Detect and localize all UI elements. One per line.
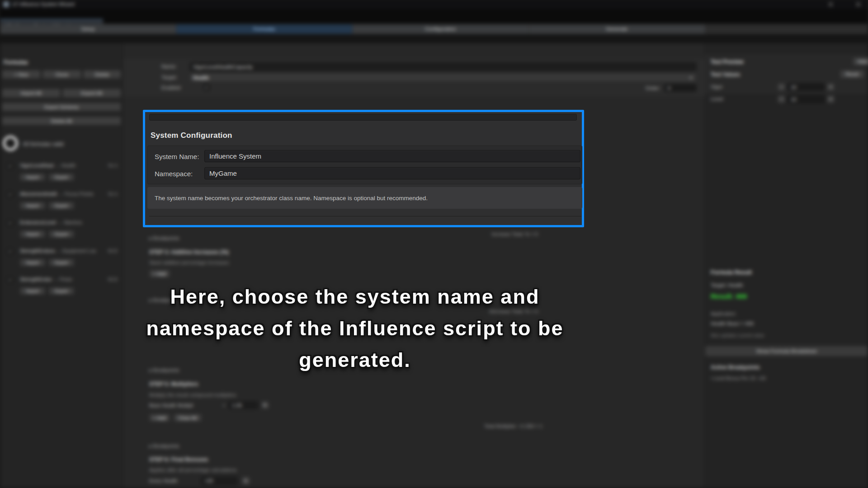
config-help-text: The system name becomes your orchestrato… — [147, 187, 582, 209]
result-target: Target: Health — [711, 282, 743, 288]
formula-name-input[interactable]: VigorLevelHealthCapacity — [190, 62, 696, 71]
active-breakpoint-item: • Level Bonus Per 10: +20 — [711, 375, 766, 381]
application-label: Application: — [711, 311, 736, 316]
step5-title: STEP 5: Multipliers — [149, 381, 198, 387]
formula-target: Focus Points — [65, 191, 94, 197]
multiplier-row-label: Base Health Multipli — [149, 403, 193, 408]
target-label: Target: — [161, 75, 177, 80]
step3-add-button[interactable]: + Add — [149, 270, 170, 277]
formula-name: EnduranceLevel — [20, 220, 56, 225]
tab-setup[interactable]: Setup — [0, 24, 176, 34]
name-label: Name: — [161, 64, 177, 69]
formula-export-button[interactable]: Export — [49, 230, 74, 238]
formula-enabled-checkbox[interactable]: ✓ — [7, 192, 13, 197]
tutorial-caption: Here, choose the system name and namespa… — [0, 281, 710, 376]
multiplier-reset-button[interactable]: ↻ — [261, 401, 269, 409]
checkmark-icon: ✓ — [8, 164, 12, 169]
clone-formula-button[interactable]: Clone — [42, 70, 81, 79]
foldout-arrow-icon: ▸ — [149, 443, 152, 449]
formula-badge: No b — [90, 163, 118, 168]
system-configuration-panel: System Configuration System Name: Influe… — [143, 110, 584, 227]
result-value: Result: 499 — [711, 292, 747, 300]
show-formula-breakdown-button[interactable]: Show Formula Breakdown — [705, 346, 868, 357]
increment-button[interactable]: + — [827, 83, 835, 91]
system-name-input[interactable]: Influence System — [204, 150, 580, 162]
formula-result-title: Formula Result — [711, 269, 752, 276]
formulas-status-text: All formulas valid — [23, 141, 64, 147]
formula-export-button[interactable]: Export — [49, 174, 74, 181]
tab-generate[interactable]: Generate — [529, 24, 705, 34]
tab-configuration[interactable]: Configuration — [353, 24, 529, 34]
increase-total: Increase Total: % = 0 — [472, 231, 538, 237]
titlebar-menu-icon[interactable] — [856, 2, 861, 7]
doc-tab-strip: LF Influence System Wizard — [0, 9, 868, 23]
formula-import-button[interactable]: Import — [20, 230, 45, 238]
background-ui: LF Influence System Wizard LF Influence … — [0, 0, 868, 488]
export-all-button[interactable]: Export All — [62, 89, 121, 98]
caption-line: Here, choose the system name and — [0, 281, 710, 313]
formula-enabled-checkbox[interactable]: ✓ — [7, 249, 13, 254]
breakpoints-foldout[interactable]: ▸ Breakpoints — [149, 443, 179, 449]
active-breakpoints-title: Active Breakpoints — [711, 364, 760, 371]
formula-name: StrengthEndura — [20, 248, 55, 253]
step3-title: STEP 3: Additive Increases (%) — [149, 249, 229, 255]
import-all-button[interactable]: Import All — [2, 89, 61, 98]
formula-export-button[interactable]: Export — [49, 259, 74, 266]
app-window: LF Influence System Wizard LF Influence … — [0, 0, 868, 488]
right-panel-background — [705, 43, 868, 488]
formula-export-button[interactable]: Export — [49, 202, 74, 209]
valid-status-icon — [3, 136, 18, 151]
dropdown-arrow-icon: ▾ — [689, 75, 692, 81]
arrow-icon: → — [55, 163, 60, 168]
formula-import-button[interactable]: Import — [20, 174, 45, 181]
refresh-icon: ↻ — [263, 403, 267, 408]
bonus-value-input[interactable]: +20 — [201, 477, 237, 485]
decrement-button[interactable]: − — [778, 83, 785, 91]
namespace-input[interactable]: MyGame — [204, 167, 580, 179]
titlebar-help-icon[interactable] — [828, 2, 833, 7]
arrow-icon: → — [56, 248, 61, 253]
delete-formula-button[interactable]: Delete — [83, 70, 121, 79]
checkmark-icon: ✓ — [8, 221, 12, 225]
foldout-arrow-icon: ▸ — [149, 235, 152, 241]
breakpoints-foldout[interactable]: ▸ Breakpoints — [149, 235, 179, 241]
enabled-checkbox[interactable]: ✓ — [203, 84, 210, 90]
caption-line: generated. — [0, 344, 710, 376]
formula-target: Health — [61, 163, 76, 168]
new-formula-button[interactable]: + New — [2, 70, 41, 79]
step5-add-button[interactable]: + Add — [149, 414, 170, 422]
formula-enabled-checkbox[interactable]: ✓ — [7, 163, 13, 169]
step5-clear-all-button[interactable]: Clear All — [174, 414, 202, 422]
arrow-icon: → — [58, 191, 63, 197]
window-icon — [3, 1, 9, 7]
formula-badge: WLB — [90, 249, 118, 253]
increment-button[interactable]: + — [827, 95, 835, 103]
multiplier-value-input[interactable]: 1.05 — [229, 401, 258, 409]
decrement-button[interactable]: − — [778, 95, 785, 103]
test-field-value[interactable]: 10 — [788, 83, 825, 91]
checkmark-icon: ✓ — [205, 85, 208, 90]
system-name-label: System Name: — [155, 153, 199, 160]
formula-enabled-checkbox[interactable]: ✓ — [7, 220, 13, 226]
formula-import-button[interactable]: Import — [20, 202, 45, 209]
formula-badge: No b — [90, 192, 118, 197]
step3-subtitle: Stack additive percentage increases — [149, 260, 229, 265]
order-input[interactable]: 0 — [665, 84, 696, 92]
reset-button[interactable]: Reset — [840, 70, 864, 78]
tab-formulas[interactable]: Formulas — [176, 24, 353, 34]
namespace-label: Namespace: — [155, 170, 193, 178]
bonus-reset-button[interactable]: ↻ — [242, 477, 250, 485]
target-value: Health — [193, 75, 209, 80]
multiplier-total: Total Multiplier: ×1.050 = 1 — [466, 423, 542, 429]
test-field-label: Vigor — [711, 84, 723, 89]
step5-subtitle: Multiply the result compound multipliers — [149, 392, 236, 398]
formula-import-button[interactable]: Import — [20, 259, 45, 266]
tabbar-filler — [705, 24, 868, 34]
hide-button[interactable]: Hide — [853, 57, 868, 66]
test-field-value[interactable]: 10 — [788, 95, 825, 103]
delete-all-button[interactable]: Delete All — [2, 117, 121, 125]
application-value: Health Base = 499 — [711, 321, 754, 326]
export-schema-button[interactable]: Export Schema — [2, 103, 121, 111]
target-dropdown[interactable]: Health ▾ — [190, 73, 696, 82]
step6-subtitle: Applies after all percentage calculation… — [149, 467, 237, 473]
